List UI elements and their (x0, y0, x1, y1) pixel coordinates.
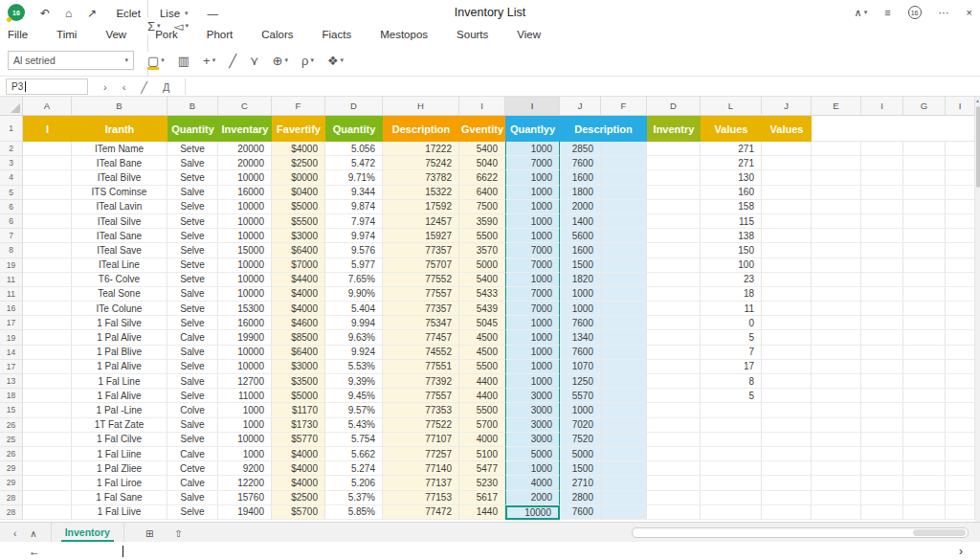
cell[interactable] (647, 360, 701, 374)
cell[interactable]: 9.63% (325, 330, 383, 345)
cell[interactable] (701, 491, 762, 505)
cell[interactable]: 5433 (459, 287, 505, 302)
cell[interactable] (812, 461, 861, 476)
cell[interactable]: 10000 (218, 200, 272, 214)
cell[interactable]: 1070 (560, 360, 601, 374)
cell[interactable]: 1 Pal Blive (72, 346, 167, 360)
row-header[interactable]: 29 (0, 461, 23, 476)
cell[interactable]: 1000 (505, 360, 560, 374)
cell[interactable]: 77457 (383, 330, 459, 345)
cell[interactable] (23, 403, 72, 417)
cell[interactable] (23, 243, 72, 258)
column-header-13[interactable]: J (762, 97, 812, 116)
cell[interactable] (812, 142, 861, 156)
cell[interactable]: 7000 (505, 156, 560, 170)
cell[interactable]: 9200 (218, 461, 272, 476)
cell[interactable] (861, 186, 903, 200)
cell[interactable]: 16000 (218, 186, 272, 200)
cell[interactable] (647, 505, 701, 520)
cell[interactable]: $0400 (272, 186, 325, 200)
cell[interactable]: 130 (701, 170, 762, 185)
cell[interactable] (861, 491, 903, 505)
cell[interactable] (23, 287, 72, 302)
cell[interactable] (647, 258, 701, 273)
cell[interactable] (647, 418, 701, 433)
cell[interactable] (647, 403, 701, 417)
cell[interactable]: Cetve (167, 461, 218, 476)
cell[interactable] (601, 360, 647, 374)
cell[interactable] (701, 476, 762, 490)
cell[interactable] (861, 302, 903, 316)
cell[interactable] (946, 243, 975, 258)
cell[interactable] (601, 170, 647, 185)
row-header[interactable]: 28 (0, 505, 23, 520)
cell[interactable] (601, 330, 647, 345)
cell[interactable]: 5.404 (325, 302, 383, 316)
cell[interactable]: 10000 (505, 505, 560, 520)
cell[interactable]: 6400 (459, 186, 505, 200)
home-icon[interactable]: ⌂ (65, 7, 72, 20)
cell[interactable]: 10000 (218, 287, 272, 302)
cell[interactable]: 10000 (218, 214, 272, 229)
style-select[interactable]: Al setried ▾ (8, 51, 134, 70)
cell[interactable] (946, 491, 975, 505)
row-header[interactable]: 2 (0, 142, 23, 156)
cell[interactable] (762, 389, 812, 403)
cell[interactable]: 1000 (505, 214, 560, 229)
cell[interactable]: 5.53% (325, 360, 383, 374)
cell[interactable]: 7000 (505, 243, 560, 258)
cell[interactable]: ITeal Save (72, 243, 167, 258)
enter-icon[interactable]: ╱ (141, 81, 147, 94)
cell[interactable]: ITS Cominse (72, 186, 167, 200)
cell[interactable]: 1440 (459, 505, 505, 520)
cell[interactable]: 1 Fal Liive (72, 505, 167, 520)
cell[interactable] (903, 273, 946, 287)
cell[interactable]: 19400 (218, 505, 272, 520)
cell[interactable]: 5 (701, 389, 762, 403)
cell[interactable]: Selve (167, 505, 218, 520)
cell[interactable] (861, 505, 903, 520)
column-header-2[interactable]: B (167, 97, 218, 116)
cell[interactable] (23, 156, 72, 170)
cell[interactable]: 10000 (218, 229, 272, 243)
cell[interactable]: 77557 (383, 287, 459, 302)
cell[interactable]: 20000 (218, 142, 272, 156)
cell[interactable]: 74552 (383, 346, 459, 360)
cell[interactable]: 5.662 (325, 447, 383, 461)
cell[interactable]: 1 Pal Alive (72, 360, 167, 374)
cell[interactable] (861, 170, 903, 185)
cell[interactable]: 1340 (560, 330, 601, 345)
close-icon[interactable]: × (967, 7, 972, 18)
cell[interactable] (23, 389, 72, 403)
cell[interactable]: 7.65% (325, 273, 383, 287)
cell[interactable] (762, 273, 812, 287)
cell[interactable]: 77357 (383, 302, 459, 316)
band-header-quantlyy-8[interactable]: Quantlyy (505, 116, 560, 142)
cell[interactable]: 77257 (383, 447, 459, 461)
cell[interactable]: 5.056 (325, 142, 383, 156)
row-header[interactable]: 19 (0, 258, 23, 273)
vertical-scrollbar[interactable]: ▲ (975, 97, 980, 522)
next-arrow-icon[interactable]: › (959, 545, 963, 558)
cell[interactable]: 77557 (383, 389, 459, 403)
cell[interactable] (647, 156, 701, 170)
cell[interactable]: Selve (167, 433, 218, 447)
row-header[interactable]: 6 (0, 200, 23, 214)
cell[interactable] (903, 447, 946, 461)
cell[interactable]: 9.45% (325, 389, 383, 403)
cell[interactable]: 1000 (505, 186, 560, 200)
cell[interactable] (23, 505, 72, 520)
cell[interactable]: 4500 (459, 330, 505, 345)
cell[interactable] (647, 374, 701, 389)
cell[interactable] (23, 360, 72, 374)
cell[interactable] (647, 287, 701, 302)
cell[interactable] (762, 287, 812, 302)
cell[interactable] (946, 505, 975, 520)
cell[interactable] (23, 491, 72, 505)
cell[interactable] (903, 403, 946, 417)
cell[interactable] (903, 142, 946, 156)
row-header[interactable]: 26 (0, 447, 23, 461)
cell[interactable] (762, 156, 812, 170)
cell[interactable]: 271 (701, 156, 762, 170)
cell[interactable]: 1000 (505, 229, 560, 243)
